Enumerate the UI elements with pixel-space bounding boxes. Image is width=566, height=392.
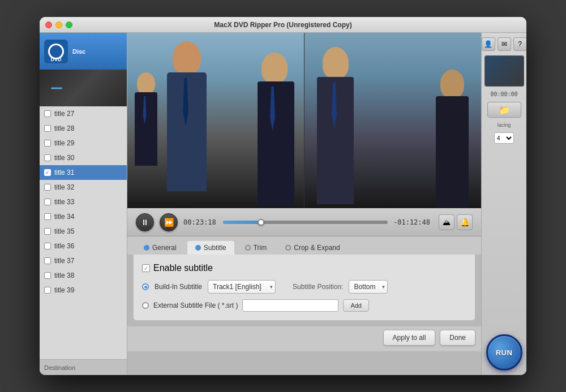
video-left [127,33,304,208]
app-window: MacX DVD Ripper Pro (Unregistered Copy) … [40,17,526,375]
dvd-label: DVD [50,57,61,62]
right-time-code: 00:00:00 [490,91,517,97]
destination-bar: Destination [40,359,127,375]
main-content: DVD Disc title 27 title 28 title 29 titl… [40,33,526,375]
title-label: title 39 [54,286,74,294]
title-checkbox[interactable] [44,184,51,191]
title-list-item[interactable]: title 33 [40,195,127,209]
title-list-item[interactable]: title 29 [40,136,127,150]
video-scene-left [127,33,304,208]
close-button[interactable] [45,21,52,28]
bookmark-button[interactable]: 🔔 [457,214,473,230]
title-checkbox[interactable] [44,154,51,161]
title-label: title 28 [54,124,74,132]
external-subtitle-label: External Subtitle File ( *.srt ) [153,301,238,309]
progress-bar[interactable] [223,221,388,224]
tab-trim-dot [245,245,251,251]
external-subtitle-radio[interactable] [142,302,149,309]
pause-button[interactable]: ⏸ [136,213,154,231]
title-list-item[interactable]: title 32 [40,180,127,195]
enable-subtitle-checkbox[interactable]: ✓ [142,264,150,272]
add-subtitle-button[interactable]: Add [343,299,369,312]
title-label: title 32 [54,183,74,191]
buildin-subtitle-radio[interactable] [142,283,149,290]
center-area: ⏸ ⏩ 00:23:18 -01:12:48 ⛰ 🔔 Gen [127,33,481,375]
title-checkbox[interactable] [44,243,51,249]
position-select[interactable]: Bottom Top Center [349,280,388,294]
external-subtitle-row: External Subtitle File ( *.srt ) Add [142,299,466,312]
tab-general-label: General [152,244,177,252]
title-label: title 31 [54,169,74,176]
tab-subtitle-dot [195,245,201,251]
title-label: title 30 [54,154,74,162]
titlebar: MacX DVD Ripper Pro (Unregistered Copy) [40,17,526,33]
title-checkbox[interactable] [44,199,51,205]
title-list-item[interactable]: title 27 [40,106,127,121]
title-list-item[interactable]: title 36 [40,239,127,253]
title-checkbox[interactable] [44,228,51,235]
position-select-wrap: Bottom Top Center ▼ [349,280,388,294]
tab-subtitle[interactable]: Subtitle [187,241,234,255]
progress-thumb[interactable] [258,219,264,226]
title-checkbox[interactable] [44,125,51,132]
help-icon-button[interactable]: ? [513,37,527,51]
traffic-lights [45,21,72,28]
buildin-subtitle-row: Build-In Subtitle Track1 [English] Track… [142,280,466,294]
title-checkbox[interactable]: ✓ [44,169,51,176]
run-button[interactable]: RUN [486,334,522,371]
time-current: 00:23:18 [183,218,217,226]
tabs-area: General Subtitle Trim Crop & Expand [127,236,481,255]
deinterlace-select[interactable]: 4 2 1 [494,132,514,144]
sidebar-logo-text: Disc [72,48,85,55]
done-button[interactable]: Done [440,330,475,346]
tab-general[interactable]: General [136,241,185,255]
email-icon-button[interactable]: ✉ [498,37,511,51]
title-list-item[interactable]: title 35 [40,224,127,239]
external-subtitle-input[interactable] [242,299,338,312]
title-checkbox[interactable] [44,110,51,117]
track-select-wrap: Track1 [English] Track2 [French] Track3 … [208,280,276,294]
tabs-row: General Subtitle Trim Crop & Expand [136,241,473,255]
user-icon-button[interactable]: 👤 [482,37,495,51]
title-checkbox[interactable] [44,272,51,279]
dvd-logo: DVD [44,40,68,63]
title-list-item[interactable]: ✓ title 31 [40,165,127,180]
title-label: title 38 [54,272,74,279]
title-list-item[interactable]: title 39 [40,283,127,298]
ctrl-icon-group: ⛰ 🔔 [439,214,473,230]
window-title: MacX DVD Ripper Pro (Unregistered Copy) [214,21,351,29]
sidebar: DVD Disc title 27 title 28 title 29 titl… [40,33,127,375]
subtitle-panel: ✓ Enable subtitle Build-In Subtitle Trac… [133,255,475,321]
preview-mini-scene [485,56,524,86]
progress-fill [223,221,261,224]
maximize-button[interactable] [66,21,72,28]
title-label: title 29 [54,139,74,147]
title-list-item[interactable]: title 38 [40,268,127,283]
minimize-button[interactable] [55,21,62,28]
folder-button[interactable]: 📁 [487,102,521,118]
title-list-item[interactable]: title 28 [40,121,127,136]
title-checkbox[interactable] [44,287,51,294]
tab-crop[interactable]: Crop & Expand [277,241,348,255]
title-label: title 36 [54,242,74,250]
title-checkbox[interactable] [44,257,51,264]
thumbnail-strip [40,70,127,106]
title-list-item[interactable]: title 37 [40,253,127,268]
title-label: title 33 [54,198,74,206]
title-list-item[interactable]: title 34 [40,209,127,224]
track-select[interactable]: Track1 [English] Track2 [French] Track3 … [208,280,276,294]
title-list[interactable]: title 27 title 28 title 29 title 30 ✓ ti… [40,106,127,359]
subtitle-options: Build-In Subtitle Track1 [English] Track… [142,280,466,312]
video-preview [127,33,481,208]
screenshot-button[interactable]: ⛰ [439,214,454,230]
title-list-item[interactable]: title 30 [40,150,127,165]
tab-subtitle-label: Subtitle [204,244,226,252]
title-label: title 27 [54,110,74,118]
apply-to-all-button[interactable]: Apply to all [383,330,436,346]
fast-forward-button[interactable]: ⏩ [160,213,178,231]
title-checkbox[interactable] [44,213,51,220]
tab-crop-dot [285,245,291,251]
tab-trim[interactable]: Trim [237,241,275,255]
title-checkbox[interactable] [44,140,51,147]
action-row: Apply to all Done [127,326,481,351]
